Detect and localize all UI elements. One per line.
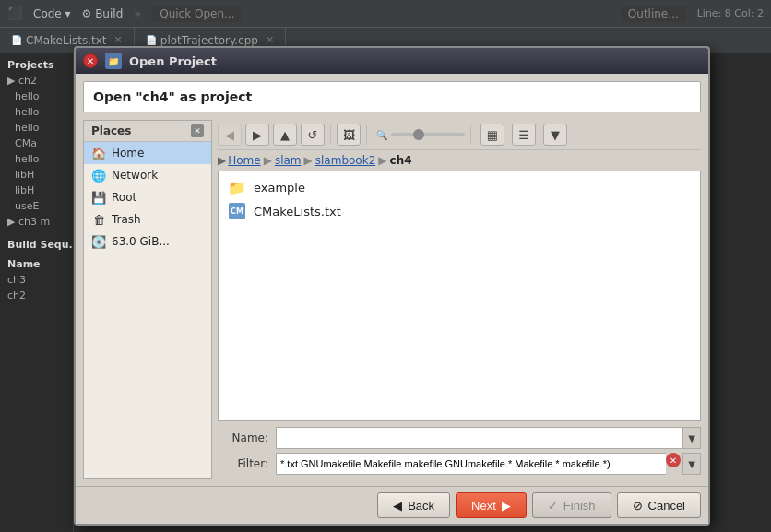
up-dir-button[interactable]: ▲ [273,124,297,146]
zoom-control: 🔍 [376,130,465,140]
file-name-example: example [254,181,305,195]
places-label: Places [91,124,131,137]
places-panel-close[interactable]: ✕ [191,124,204,137]
ide-quick-open[interactable]: Quick Open... [152,6,242,22]
sidebar-item-ch2[interactable]: ▶ ch2 [0,73,73,89]
sidebar-item-libh2[interactable]: libH [0,183,73,198]
finish-icon: ✓ [548,499,558,513]
filter-input[interactable] [276,453,666,475]
list-view-btn[interactable]: ☰ [512,124,536,146]
sidebar-item-usee1[interactable]: useE [0,198,73,214]
forward-nav-button[interactable]: ▶ [245,124,269,146]
name-row: Name: ▼ [218,427,701,449]
ide-sidebar: Projects ▶ ch2 hello hello hello CMa hel… [0,53,74,532]
cmake-file-icon: CM [228,202,246,220]
sidebar-name-label: Name [0,256,73,272]
sidebar-item-cmake[interactable]: CMa [0,136,73,151]
ide-build-menu[interactable]: ⚙ Build [82,7,124,20]
bookmark-button[interactable]: 🖼 [337,124,361,146]
dialog-body: Places ✕ 🏠 Home 🌐 Network 💾 Root 🗑 Trash… [76,120,708,486]
toolbar-sep3 [470,125,471,144]
filter-dropdown-btn[interactable]: ▼ [682,453,701,475]
drive-icon: 💽 [91,234,106,249]
zoom-min-icon: 🔍 [376,130,387,140]
breadcrumb-home[interactable]: Home [228,154,260,167]
breadcrumb: ▶ Home ▶ slam ▶ slambook2 ▶ ch4 [218,150,701,171]
zoom-thumb [413,129,424,140]
sidebar-item-hello2[interactable]: hello [0,104,73,120]
file-list[interactable]: 📁 example CM CMakeLists.txt [218,171,701,421]
file-browser-panel: ◀ ▶ ▲ ↺ 🖼 🔍 ▦ ☰ ▼ ▶ [218,120,701,479]
breadcrumb-ch4: ch4 [390,154,412,167]
grid-view-btn[interactable]: ▦ [480,124,504,146]
breadcrumb-sep-start: ▶ [218,154,226,167]
places-item-network[interactable]: 🌐 Network [84,164,211,186]
name-dropdown-btn[interactable]: ▼ [682,427,701,449]
back-icon: ◀ [393,499,402,513]
name-input[interactable] [276,427,682,449]
back-button[interactable]: ◀ Back [377,492,450,518]
places-panel: Places ✕ 🏠 Home 🌐 Network 💾 Root 🗑 Trash… [83,120,212,479]
filter-row: Filter: ✕ ▼ [218,453,701,475]
more-options-btn[interactable]: ▼ [543,124,567,146]
places-item-drive[interactable]: 💽 63.0 GiB... [84,231,211,253]
cancel-icon: ⊘ [633,499,643,513]
next-icon: ▶ [502,499,511,513]
name-label: Name: [218,432,268,444]
sidebar-item-ch3[interactable]: ▶ ch3 m [0,214,73,230]
dialog-icon: 📁 [105,53,122,69]
sidebar-item-hello1[interactable]: hello [0,89,73,104]
next-label: Next [471,499,496,513]
places-network-label: Network [112,169,158,182]
places-home-label: Home [112,147,144,160]
name-input-group: ▼ [276,427,701,449]
toolbar-sep2 [366,125,367,144]
breadcrumb-slambook2[interactable]: slambook2 [315,154,376,167]
filter-label: Filter: [218,457,268,470]
zoom-slider[interactable] [391,133,465,136]
filter-clear-button[interactable]: ✕ [666,453,681,467]
sidebar-name-ch2[interactable]: ch2 [0,288,73,303]
dialog-footer: ◀ Back Next ▶ ✓ Finish ⊘ Cancel [76,486,708,524]
back-label: Back [408,499,434,513]
places-header: Places ✕ [84,121,211,142]
network-icon: 🌐 [91,168,106,183]
back-nav-button[interactable]: ◀ [218,124,242,146]
finish-label: Finish [563,499,596,513]
places-root-label: Root [112,191,136,204]
places-drive-label: 63.0 GiB... [112,235,170,248]
filter-input-group: ✕ ▼ [276,453,701,475]
breadcrumb-sep2: ▶ [304,154,313,167]
ide-topbar: ⬛ Code ▾ ⚙ Build » Quick Open... Outline… [0,0,771,28]
places-item-root[interactable]: 💾 Root [84,186,211,208]
next-button[interactable]: Next ▶ [456,492,527,518]
file-toolbar: ◀ ▶ ▲ ↺ 🖼 🔍 ▦ ☰ ▼ [218,120,701,150]
file-item-cmakelists[interactable]: CM CMakeLists.txt [222,199,696,223]
open-project-dialog: ✕ 📁 Open Project Open "ch4" as project P… [74,46,710,526]
breadcrumb-sep3: ▶ [378,154,386,167]
file-item-example[interactable]: 📁 example [222,175,696,199]
breadcrumb-slam[interactable]: slam [275,154,302,167]
folder-icon: 📁 [228,178,246,196]
breadcrumb-sep1: ▶ [264,154,272,167]
sidebar-item-hello3[interactable]: hello [0,120,73,136]
dialog-header-label: Open "ch4" as project [83,81,701,112]
root-icon: 💾 [91,190,106,205]
refresh-button[interactable]: ↺ [301,124,325,146]
ide-outline[interactable]: Outline... [621,6,686,22]
ide-code-menu[interactable]: Code ▾ [33,7,71,20]
finish-button[interactable]: ✓ Finish [532,492,611,518]
cancel-label: Cancel [648,499,685,513]
places-trash-label: Trash [112,213,141,226]
places-item-home[interactable]: 🏠 Home [84,142,211,164]
dialog-close-button[interactable]: ✕ [83,53,98,68]
sidebar-name-ch3[interactable]: ch3 [0,272,73,288]
ide-icon: ⬛ [7,6,22,20]
sidebar-item-libh1[interactable]: libH [0,167,73,183]
file-name-cmakelists: CMakeLists.txt [254,205,341,219]
sidebar-item-hello4[interactable]: hello [0,151,73,167]
dialog-title: Open Project [129,54,217,68]
places-item-trash[interactable]: 🗑 Trash [84,208,211,231]
cancel-button[interactable]: ⊘ Cancel [617,492,701,518]
dialog-titlebar: ✕ 📁 Open Project [76,48,708,74]
